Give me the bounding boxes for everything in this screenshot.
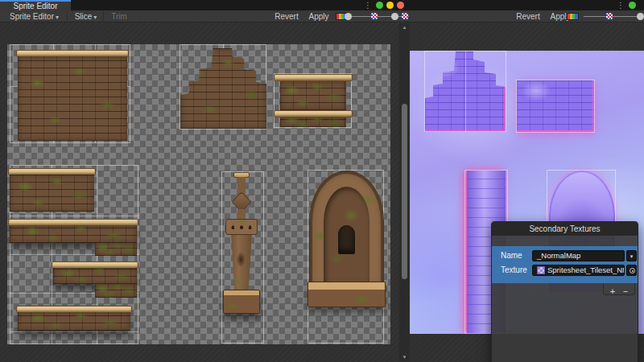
- sprite-wall-broken[interactable]: [180, 48, 266, 129]
- brick-body: [95, 284, 137, 298]
- name-row: Name _NormalMap ▾: [492, 250, 638, 263]
- chevron-down-icon: ▾: [56, 14, 59, 21]
- texture-marker-icon[interactable]: [371, 13, 378, 19]
- scroll-up-icon[interactable]: ▲: [399, 23, 410, 31]
- sprite-platform-block[interactable]: [274, 74, 353, 127]
- sprite-editor-window: Sprite Editor ⋮ ⋮ Sprite Editor▾ Slice▾ …: [0, 0, 644, 362]
- pillar-base: [223, 290, 260, 314]
- color-channels-swatch-icon[interactable]: [567, 13, 579, 20]
- scroll-down-icon[interactable]: ▼: [399, 353, 410, 361]
- sprite-ledge-extension[interactable]: [95, 243, 137, 256]
- arch-niche-window: [338, 225, 355, 254]
- sprite-pillar-totem[interactable]: [223, 172, 260, 314]
- texture-marker-icon[interactable]: [402, 13, 408, 19]
- sprite-ledge-long[interactable]: [10, 219, 137, 243]
- kebab-menu-icon[interactable]: ⋮: [617, 1, 625, 10]
- window-dot-red-icon[interactable]: [397, 2, 404, 9]
- name-dropdown-button[interactable]: ▾: [626, 250, 637, 261]
- name-label: Name: [501, 251, 522, 260]
- texture-value: Spritesheet_Tileset_NRM: [547, 265, 625, 274]
- sprite-ledge-bottom[interactable]: [18, 306, 130, 331]
- slider-handle[interactable]: [637, 13, 644, 20]
- tab-label: Sprite Editor: [13, 2, 57, 10]
- chevron-down-icon: ▾: [630, 253, 634, 259]
- trim-label: Trim: [111, 12, 127, 21]
- brick-body: [10, 225, 137, 243]
- alpha-zoom-slider-left[interactable]: [345, 10, 409, 23]
- alpha-zoom-slider-right[interactable]: [584, 10, 644, 23]
- editor-content: ▲ ▼ Secondary Textures Name _NormalMap ▾: [0, 23, 644, 362]
- sprite-ledge-mid[interactable]: [53, 261, 137, 284]
- window-dot-green-icon[interactable]: [629, 2, 636, 9]
- vertical-scrollbar[interactable]: ▲ ▼: [399, 23, 410, 361]
- chevron-down-icon: ▾: [93, 14, 97, 21]
- tab-bar: Sprite Editor ⋮ ⋮: [0, 0, 644, 10]
- revert-button-left[interactable]: Revert: [270, 10, 303, 23]
- stone-cap: [274, 74, 353, 81]
- trim-button[interactable]: Trim: [105, 10, 134, 23]
- name-value-dropdown[interactable]: _NormalMap: [532, 250, 625, 261]
- window-controls-right: ⋮: [617, 1, 644, 10]
- arch-base-plinth: [308, 282, 386, 307]
- slice-label: Slice: [75, 12, 93, 21]
- sprite-editor-mode-dropdown[interactable]: Sprite Editor▾: [2, 10, 68, 23]
- remove-texture-button[interactable]: −: [619, 286, 632, 297]
- apply-label: Apply: [308, 12, 328, 21]
- selected-secondary-texture-entry[interactable]: Name _NormalMap ▾ Texture Spritesheet_Ti…: [492, 246, 638, 283]
- sprite-arch-doorway[interactable]: [309, 171, 384, 307]
- brick-body: [180, 48, 266, 129]
- apply-button-left[interactable]: Apply: [304, 10, 333, 23]
- window-dot-yellow-icon[interactable]: [386, 2, 394, 9]
- pillar-shaft: [225, 235, 258, 290]
- stone-cap: [274, 110, 353, 117]
- object-picker-button[interactable]: [626, 265, 637, 276]
- sprite-ledge-extension[interactable]: [95, 284, 137, 298]
- spritesheet-canvas[interactable]: [7, 44, 390, 344]
- add-texture-button[interactable]: +: [606, 286, 619, 297]
- window-dot-green-icon[interactable]: [376, 2, 383, 9]
- revert-label: Revert: [516, 12, 539, 21]
- texture-object-field[interactable]: Spritesheet_Tileset_NRM: [532, 265, 625, 276]
- texture-thumbnail-icon: [537, 266, 545, 274]
- pillar-capital-skulls: [225, 219, 258, 235]
- sprite-editor-mode-label: Sprite Editor: [10, 12, 54, 21]
- revert-button-right[interactable]: Revert: [512, 10, 544, 23]
- brick-body: [18, 56, 127, 141]
- brick-body: [280, 117, 346, 127]
- list-footer: +−: [603, 283, 635, 295]
- sprite-wall-segment[interactable]: [10, 168, 94, 212]
- panel-title: Secondary Textures: [492, 222, 638, 236]
- sprite-wall-large[interactable]: [18, 50, 127, 141]
- scrollbar-thumb[interactable]: [402, 104, 407, 279]
- slice-line: [10, 331, 138, 332]
- slider-handle[interactable]: [345, 13, 352, 20]
- revert-label: Revert: [275, 12, 298, 21]
- window-controls-left: ⋮: [364, 1, 406, 10]
- slice-dropdown[interactable]: Slice▾: [68, 10, 104, 23]
- brick-body: [10, 175, 94, 212]
- slice-line: [10, 216, 138, 216]
- texture-marker-icon[interactable]: [606, 13, 613, 19]
- brick-body: [280, 81, 346, 110]
- tab-sprite-editor[interactable]: Sprite Editor: [0, 0, 71, 10]
- slider-handle[interactable]: [391, 13, 398, 20]
- brick-body: [95, 243, 137, 256]
- toolbar: Sprite Editor▾ Slice▾ Trim Revert Apply …: [0, 10, 644, 23]
- slice-rect[interactable]: [516, 80, 595, 133]
- brick-body: [18, 312, 130, 331]
- secondary-textures-panel: Secondary Textures Name _NormalMap ▾ Tex…: [491, 221, 638, 362]
- slice-line: [465, 51, 466, 132]
- texture-row: Texture Spritesheet_Tileset_NRM: [492, 265, 638, 278]
- texture-label: Texture: [501, 265, 527, 274]
- brick-body: [53, 268, 137, 284]
- kebab-menu-icon[interactable]: ⋮: [364, 1, 372, 10]
- slider-track[interactable]: [584, 16, 644, 17]
